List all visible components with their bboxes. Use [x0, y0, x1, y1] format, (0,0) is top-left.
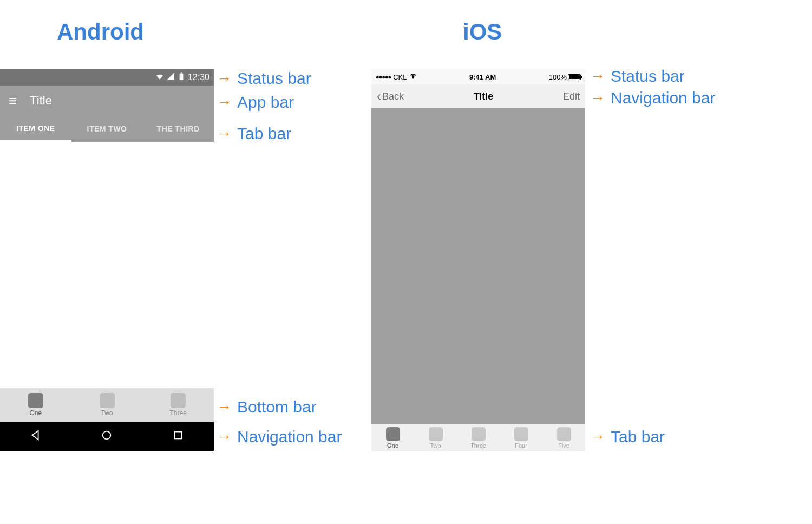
arrow-icon: → [217, 398, 232, 416]
square-icon [386, 427, 400, 441]
arrow-icon: → [217, 125, 232, 142]
nav-back-icon[interactable] [30, 429, 42, 443]
arrow-icon: → [217, 428, 232, 446]
svg-rect-0 [180, 74, 184, 80]
tab-item-one[interactable]: One [371, 424, 414, 451]
svg-rect-1 [181, 73, 182, 74]
annot-android-appbar: →App bar [217, 93, 294, 112]
android-tab-bar: ITEM ONE ITEM TWO THE THIRD [0, 116, 214, 142]
ios-status-bar: ●●●●● CKL 9:41 AM 100% [371, 69, 585, 84]
tab-item-four[interactable]: Four [500, 424, 542, 451]
tab-item-two[interactable]: Two [414, 424, 457, 451]
android-nav-bar [0, 422, 214, 451]
android-app-bar: ≡ Title [0, 86, 214, 116]
bottom-item-three[interactable]: Three [142, 388, 214, 422]
edit-button[interactable]: Edit [563, 91, 580, 102]
square-icon [429, 427, 443, 441]
square-icon [171, 393, 186, 408]
wifi-icon [155, 72, 164, 83]
annot-android-tabbar: →Tab bar [217, 125, 291, 143]
svg-point-4 [412, 77, 414, 78]
app-bar-title: Title [30, 94, 52, 108]
arrow-icon: → [217, 70, 232, 87]
battery-icon [177, 72, 186, 83]
heading-ios: iOS [463, 19, 502, 45]
android-status-bar: 12:30 [0, 69, 214, 86]
square-icon [514, 427, 528, 441]
tab-item-two[interactable]: ITEM TWO [71, 116, 143, 142]
wifi-icon [409, 73, 417, 82]
heading-android: Android [57, 19, 144, 45]
signal-dots-icon: ●●●●● [376, 74, 391, 80]
svg-point-2 [103, 431, 111, 440]
tab-item-one[interactable]: ITEM ONE [0, 116, 71, 142]
nav-home-icon[interactable] [101, 429, 113, 443]
nav-recent-icon[interactable] [172, 429, 184, 443]
chevron-left-icon: ‹ [377, 89, 381, 104]
android-mock: 12:30 ≡ Title ITEM ONE ITEM TWO THE THIR… [0, 69, 214, 451]
ios-mock: ●●●●● CKL 9:41 AM 100% ‹ Back Title Edit… [371, 69, 585, 451]
tab-item-three[interactable]: Three [457, 424, 500, 451]
arrow-icon: → [590, 68, 605, 85]
signal-icon [166, 72, 175, 83]
annot-android-status: →Status bar [217, 69, 311, 88]
square-icon [28, 393, 43, 408]
annot-ios-status: →Status bar [590, 67, 685, 86]
ios-content [371, 108, 585, 424]
square-icon [100, 393, 115, 408]
bottom-item-two[interactable]: Two [71, 388, 143, 422]
annot-ios-tabbar: →Tab bar [590, 428, 665, 446]
ios-tab-bar: One Two Three Four Five [371, 424, 585, 451]
annot-ios-navbar: →Navigation bar [590, 89, 715, 107]
tab-item-five[interactable]: Five [542, 424, 585, 451]
arrow-icon: → [590, 89, 605, 107]
arrow-icon: → [217, 94, 232, 111]
hamburger-icon[interactable]: ≡ [9, 93, 17, 109]
arrow-icon: → [590, 428, 605, 446]
annot-android-bottom: →Bottom bar [217, 398, 317, 416]
bottom-item-one[interactable]: One [0, 388, 71, 422]
square-icon [472, 427, 486, 441]
nav-title: Title [474, 91, 494, 102]
battery-icon [568, 74, 581, 80]
battery-percent: 100% [549, 73, 567, 81]
carrier-label: CKL [393, 73, 407, 81]
annot-android-nav: →Navigation bar [217, 428, 342, 446]
status-time: 9:41 AM [417, 73, 549, 81]
android-bottom-bar: One Two Three [0, 388, 214, 422]
tab-item-three[interactable]: THE THIRD [142, 116, 214, 142]
status-time: 12:30 [188, 73, 209, 82]
back-button[interactable]: ‹ Back [377, 89, 404, 104]
square-icon [557, 427, 571, 441]
svg-rect-3 [175, 432, 182, 439]
ios-nav-bar: ‹ Back Title Edit [371, 84, 585, 108]
android-content [0, 142, 214, 388]
